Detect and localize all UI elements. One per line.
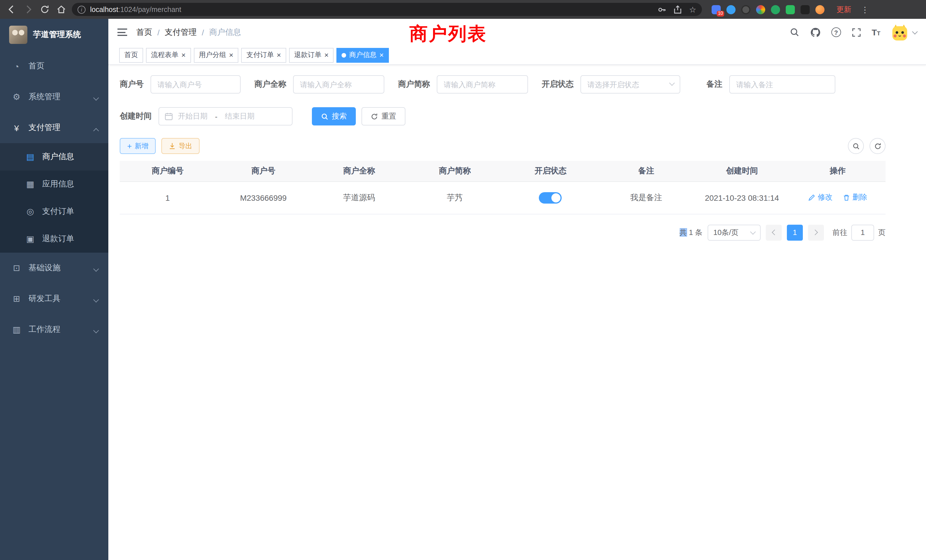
page-number-button[interactable]: 1: [787, 224, 803, 241]
sidebar-item-label: 商户信息: [42, 152, 74, 162]
edit-button[interactable]: 修改: [808, 192, 832, 203]
sidebar-item-merchant-info[interactable]: ▤ 商户信息: [0, 143, 108, 171]
date-range-picker[interactable]: 开始日期 - 结束日期: [159, 107, 292, 126]
close-icon[interactable]: [380, 51, 384, 59]
tab-home[interactable]: 首页: [119, 48, 143, 62]
forward-icon[interactable]: [22, 4, 34, 15]
breadcrumb-payment[interactable]: 支付管理: [165, 27, 197, 37]
help-icon[interactable]: ?: [831, 27, 841, 37]
infra-icon: ⊡: [11, 263, 22, 273]
next-page-button[interactable]: [808, 224, 824, 241]
sidebar-item-pay-order[interactable]: ◎ 支付订单: [0, 198, 108, 225]
fullscreen-icon[interactable]: [852, 28, 861, 37]
edit-icon: [808, 194, 816, 201]
address-bar[interactable]: i localhost:1024/pay/merchant ☆: [72, 3, 702, 16]
extension-icon-7[interactable]: [800, 5, 809, 14]
sidebar-item-system[interactable]: ⚙ 系统管理: [0, 82, 108, 112]
browser-menu-icon[interactable]: ⋮: [861, 5, 869, 14]
sidebar-item-label: 基础设施: [29, 263, 61, 273]
site-info-icon[interactable]: i: [77, 5, 86, 14]
payment-submenu: ▤ 商户信息 ▦ 应用信息 ◎ 支付订单 ▣ 退款订单: [0, 143, 108, 253]
extension-icon-5[interactable]: [771, 5, 780, 14]
sidebar-item-app-info[interactable]: ▦ 应用信息: [0, 171, 108, 198]
workflow-icon: ▥: [11, 324, 22, 335]
extension-icon-6[interactable]: [786, 5, 795, 14]
cell-short-name: 芋艿: [407, 182, 502, 214]
download-icon: [169, 142, 176, 150]
sidebar-item-payment[interactable]: ¥ 支付管理: [0, 112, 108, 143]
sidebar-item-home[interactable]: ◔ 首页: [0, 51, 108, 82]
home-icon[interactable]: [55, 4, 67, 15]
sidebar-logo[interactable]: 芋道管理系统: [0, 19, 108, 51]
browser-update-button[interactable]: 更新: [837, 4, 851, 15]
search-button[interactable]: 搜索: [312, 107, 356, 126]
tab-user-group[interactable]: 用户分组: [194, 48, 238, 62]
dashboard-icon: ◔: [11, 61, 22, 71]
remark-input[interactable]: [729, 75, 835, 94]
delete-button[interactable]: 删除: [843, 192, 867, 203]
plus-icon: [127, 142, 132, 150]
extension-icon-8[interactable]: [816, 5, 825, 14]
share-icon[interactable]: [674, 5, 682, 14]
merchant-no-input[interactable]: [151, 75, 241, 94]
reload-icon[interactable]: [39, 4, 50, 15]
export-button[interactable]: 导出: [161, 138, 200, 154]
status-label: 开启状态: [542, 79, 573, 89]
sidebar-item-label: 工作流程: [29, 324, 61, 335]
url-path: :1024/pay/merchant: [118, 5, 181, 14]
search-icon[interactable]: [790, 27, 799, 37]
tab-process-form[interactable]: 流程表单: [146, 48, 191, 62]
close-icon[interactable]: [229, 51, 233, 59]
sidebar-item-workflow[interactable]: ▥ 工作流程: [0, 314, 108, 345]
page-annotation: 商户列表: [409, 22, 487, 47]
toolbar-right: [848, 138, 885, 154]
goto-page-input[interactable]: [851, 224, 874, 241]
breadcrumb: 首页 支付管理 商户信息: [136, 27, 241, 37]
close-icon[interactable]: [181, 51, 186, 59]
extension-icon-4[interactable]: [756, 5, 765, 14]
status-select[interactable]: [581, 75, 680, 94]
prev-page-button[interactable]: [766, 224, 782, 241]
page-size-select[interactable]: 10条/页: [708, 224, 761, 241]
extension-icon-1[interactable]: 10: [712, 5, 721, 14]
password-key-icon[interactable]: [658, 5, 667, 14]
tab-merchant-info[interactable]: 商户信息: [337, 48, 389, 62]
sidebar-item-infra[interactable]: ⊡ 基础设施: [0, 253, 108, 283]
refresh-table-button[interactable]: [870, 138, 885, 154]
toggle-search-button[interactable]: [848, 138, 864, 154]
chevron-up-icon: [94, 123, 98, 132]
calendar-icon: [165, 112, 173, 120]
cell-merchant-no: M233666999: [216, 182, 311, 214]
url-host: localhost: [90, 5, 118, 14]
tab-pay-order[interactable]: 支付订单: [241, 48, 286, 62]
hamburger-icon[interactable]: [118, 29, 127, 36]
chevron-down-icon: [750, 229, 756, 235]
close-icon[interactable]: [277, 51, 281, 59]
tab-refund-order[interactable]: 退款订单: [289, 48, 334, 62]
font-size-icon[interactable]: TT: [872, 27, 881, 37]
github-icon[interactable]: [810, 27, 820, 37]
full-name-input[interactable]: [293, 75, 384, 94]
close-icon[interactable]: [324, 51, 329, 59]
address-bar-actions: ☆: [658, 5, 696, 14]
column-header: 商户简称: [407, 161, 502, 182]
short-name-input[interactable]: [437, 75, 528, 94]
extension-icon-3[interactable]: [741, 5, 750, 14]
logo-image: [9, 26, 27, 44]
bookmark-star-icon[interactable]: ☆: [689, 5, 696, 14]
breadcrumb-home[interactable]: 首页: [136, 27, 152, 37]
sidebar-item-devtools[interactable]: ⊞ 研发工具: [0, 283, 108, 314]
user-menu[interactable]: [891, 24, 917, 41]
avatar[interactable]: [891, 24, 908, 41]
sidebar-item-refund-order[interactable]: ▣ 退款订单: [0, 225, 108, 253]
back-icon[interactable]: [6, 4, 17, 15]
bank-card-icon: ▤: [25, 152, 35, 162]
cell-remark: 我是备注: [598, 182, 694, 214]
add-button[interactable]: 新增: [120, 138, 156, 154]
extension-icon-2[interactable]: [726, 5, 735, 14]
yen-icon: ¥: [11, 123, 22, 133]
active-dot: [342, 53, 346, 57]
reset-button[interactable]: 重置: [362, 107, 406, 126]
column-header: 商户全称: [311, 161, 407, 182]
status-toggle[interactable]: [539, 192, 562, 203]
